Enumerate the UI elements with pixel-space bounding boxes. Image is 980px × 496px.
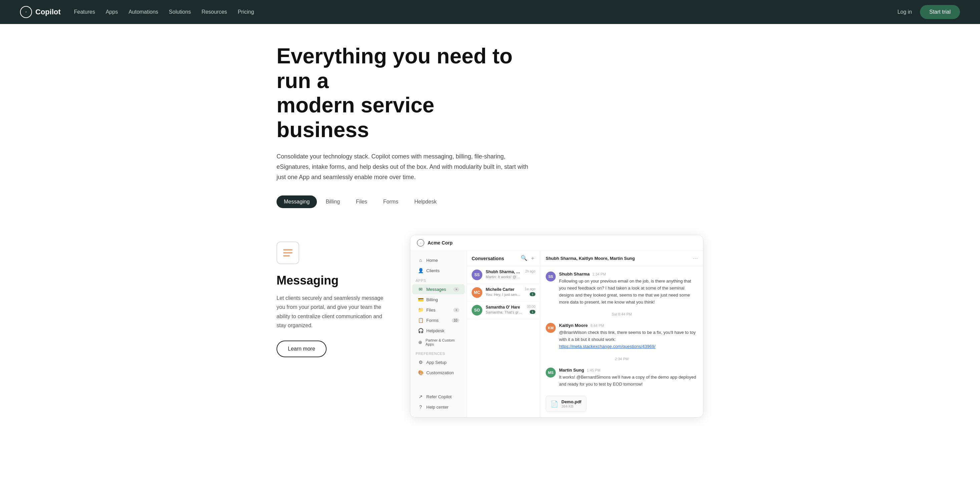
app-sidebar: ⌂ Home 👤 Clients Apps ✉ Messages + 💳 Bil… [410, 251, 467, 417]
msg-header-3: Martin Sung 1:45 PM [559, 367, 698, 373]
sidebar-refer[interactable]: ↗ Refer Copilot [412, 392, 465, 402]
chat-header-names: Shubh Sharma, Kaitlyn Moore, Martin Sung [546, 256, 635, 261]
chat-panel: Shubh Sharma, Kaitlyn Moore, Martin Sung… [540, 251, 703, 417]
nav-pricing[interactable]: Pricing [238, 9, 254, 15]
chat-options-icon[interactable]: ··· [693, 255, 698, 262]
partner-icon: ⊕ [418, 340, 423, 345]
nav-left: · Copilot Features Apps Automations Solu… [20, 6, 254, 18]
conv-meta-2: 1w ago 1 [525, 287, 535, 296]
conv-avatar-2: MC [472, 287, 482, 298]
add-conversation-icon[interactable]: ＋ [530, 255, 535, 262]
tab-billing[interactable]: Billing [318, 196, 347, 208]
conv-badge-2: 1 [530, 292, 535, 296]
app-preview: · Acme Corp ⌂ Home 👤 Clients Apps ✉ Mess… [410, 235, 703, 418]
conversation-item-2[interactable]: MC Michelle Carter You: Hey, I just sent… [467, 284, 540, 302]
conv-name-1: Shubh Sharma, Kaitlyn Moore, Marti... [486, 270, 522, 274]
msg-avatar-1: SS [546, 272, 556, 281]
files-badge: + [453, 308, 459, 312]
login-button[interactable]: Log in [897, 9, 912, 15]
sidebar-help[interactable]: ? Help center [412, 402, 465, 412]
nav-automations[interactable]: Automations [129, 9, 158, 15]
tab-files[interactable]: Files [348, 196, 375, 208]
chat-message-3: MS Martin Sung 1:45 PM It works! @Bernar… [546, 367, 698, 388]
app-topbar: · Acme Corp [410, 235, 703, 251]
msg-text-1: Following up on your previous email on t… [559, 278, 698, 305]
sidebar-clients[interactable]: 👤 Clients [412, 265, 465, 275]
msg-text-3: It works! @BernardSimons we'll have a co… [559, 374, 698, 388]
chat-header: Shubh Sharma, Kaitlyn Moore, Martin Sung… [540, 251, 703, 266]
conv-preview-2: You: Hey, I just sent over the final des… [486, 293, 521, 297]
start-trial-button[interactable]: Start trial [920, 5, 960, 19]
logo-icon: · [20, 6, 32, 18]
file-pdf-icon: 📄 [551, 400, 558, 408]
msg-header-1: Shubh Sharma 1:34 PM [559, 272, 698, 277]
msg-avatar-2: KM [546, 323, 556, 333]
nav-solutions[interactable]: Solutions [169, 9, 191, 15]
sidebar-billing[interactable]: 💳 Billing [412, 294, 465, 305]
tab-forms[interactable]: Forms [376, 196, 406, 208]
nav-apps[interactable]: Apps [106, 9, 118, 15]
msg-time-3: 1:45 PM [587, 368, 600, 372]
conv-preview-1: Martin: It works! @BernardSimons we... [486, 275, 522, 279]
conv-time-1: 2h ago [525, 270, 535, 273]
chat-divider-1: Sat 8:44 PM [546, 312, 698, 316]
msg-name-2: Kaitlyn Moore [559, 323, 588, 328]
sidebar-customization[interactable]: 🎨 Customization [412, 367, 465, 378]
app-setup-icon: ⚙ [418, 359, 424, 365]
sidebar-files[interactable]: 📁 Files + [412, 305, 465, 315]
tab-messaging[interactable]: Messaging [277, 196, 317, 208]
conv-name-2: Michelle Carter [486, 287, 521, 292]
conv-avatar-3: SO [472, 305, 482, 316]
learn-more-button[interactable]: Learn more [277, 340, 326, 357]
msg-header-2: Kaitlyn Moore 8:44 PM [559, 323, 698, 328]
home-icon: ⌂ [418, 258, 424, 263]
messages-icon: ✉ [418, 286, 424, 292]
helpdesk-icon: 🎧 [418, 328, 424, 333]
sidebar-section-apps: Apps [410, 276, 467, 284]
sidebar-app-setup[interactable]: ⚙ App Setup [412, 357, 465, 367]
msg-text-2: @BrianWilson check this link, there seem… [559, 329, 698, 350]
clients-icon: 👤 [418, 268, 424, 273]
feature-title: Messaging [277, 273, 390, 288]
search-icon[interactable]: 🔍 [521, 255, 527, 262]
sidebar-partner-apps[interactable]: ⊕ Partner & Custom Apps [412, 336, 465, 348]
tab-helpdesk[interactable]: Helpdesk [407, 196, 444, 208]
sidebar-forms[interactable]: 📋 Forms 10 [412, 315, 465, 325]
feature-description: Let clients securely and seamlessly mess… [277, 294, 390, 330]
nav-features[interactable]: Features [74, 9, 95, 15]
conv-preview-3: Samantha: That's great! [486, 310, 524, 314]
forms-icon: 📋 [418, 318, 424, 323]
conv-info-2: Michelle Carter You: Hey, I just sent ov… [486, 287, 521, 297]
refer-icon: ↗ [418, 394, 424, 399]
conv-time-2: 1w ago [525, 287, 535, 291]
logo[interactable]: · Copilot [20, 6, 61, 18]
sidebar-home[interactable]: ⌂ Home [412, 255, 465, 265]
msg-body-1: Shubh Sharma 1:34 PM Following up on you… [559, 272, 698, 305]
feature-tabs: Messaging Billing Files Forms Helpdesk [277, 196, 703, 208]
chat-message-1: SS Shubh Sharma 1:34 PM Following up on … [546, 272, 698, 305]
content-area: Messaging Let clients securely and seaml… [256, 235, 724, 438]
conv-info-3: Samantha O' Hare Samantha: That's great! [486, 305, 524, 314]
hero-section: Everything you need to run a modern serv… [256, 24, 724, 235]
sidebar-helpdesk[interactable]: 🎧 Helpdesk [412, 326, 465, 335]
conv-time-3: 00:00 [527, 305, 535, 308]
hero-headline: Everything you need to run a modern serv… [277, 44, 530, 142]
file-size: 384 KB [562, 404, 581, 408]
msg-link-2[interactable]: https://meta.stackexchange.com/questions… [559, 344, 655, 349]
file-attachment[interactable]: 📄 Demo.pdf 384 KB [546, 396, 586, 412]
msg-name-1: Shubh Sharma [559, 272, 590, 277]
conversation-item-1[interactable]: SS Shubh Sharma, Kaitlyn Moore, Marti...… [467, 266, 540, 284]
nav-resources[interactable]: Resources [202, 9, 227, 15]
app-body: ⌂ Home 👤 Clients Apps ✉ Messages + 💳 Bil… [410, 251, 703, 417]
conv-name-3: Samantha O' Hare [486, 305, 524, 310]
help-icon: ? [418, 404, 424, 410]
conversations-header: Conversations 🔍 ＋ [467, 251, 540, 266]
conversation-item-3[interactable]: SO Samantha O' Hare Samantha: That's gre… [467, 302, 540, 319]
sidebar-messages[interactable]: ✉ Messages + [412, 284, 465, 294]
conv-avatar-1: SS [472, 270, 482, 280]
nav-links: Features Apps Automations Solutions Reso… [74, 9, 254, 15]
files-icon: 📁 [418, 307, 424, 313]
forms-badge: 10 [452, 318, 459, 323]
conv-info-1: Shubh Sharma, Kaitlyn Moore, Marti... Ma… [486, 270, 522, 279]
logo-text: Copilot [35, 8, 61, 16]
